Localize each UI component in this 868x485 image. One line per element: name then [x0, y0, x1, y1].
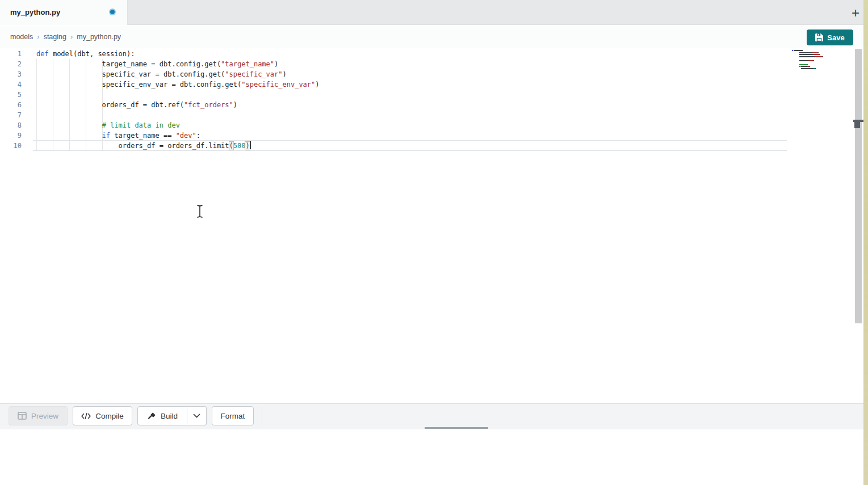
- active-tab-underline: [425, 427, 488, 429]
- breadcrumb: models›staging›my_python.py: [10, 26, 121, 48]
- code-token-keyword: if: [102, 132, 110, 140]
- code-token-string: "specific_var": [225, 70, 282, 78]
- minimap-line: [792, 66, 810, 67]
- line-number: 5: [0, 90, 22, 100]
- preview-button-label: Preview: [31, 412, 58, 420]
- minimap-line: [792, 68, 816, 69]
- table-icon: [18, 412, 27, 420]
- build-button-label: Build: [161, 412, 178, 420]
- code-text: def model(dbt, session):: [36, 49, 135, 59]
- code-token-string: "dev": [176, 132, 196, 140]
- minimap-line: [792, 54, 820, 55]
- code-token-plain: orders_df = dbt.ref(: [36, 101, 184, 109]
- vertical-scrollbar[interactable]: [855, 49, 862, 323]
- line-number: 3: [0, 69, 22, 79]
- code-text: if target_name == "dev":: [36, 130, 200, 141]
- results-panel: [0, 429, 863, 485]
- code-text: orders_df = dbt.ref("fct_orders"): [36, 100, 237, 110]
- code-token-keyword: def: [36, 50, 49, 58]
- scrollbar-cursor-marker: [854, 122, 860, 128]
- code-token-plain: specific_env_var = dbt.config.get(: [36, 81, 241, 88]
- code-line: 5: [0, 90, 863, 100]
- code-text: target_name = dbt.config.get("target_nam…: [36, 59, 278, 69]
- code-token-string: "target_name": [221, 60, 274, 68]
- compile-button-label: Compile: [95, 412, 124, 420]
- hammer-icon: [147, 412, 156, 420]
- line-number: 8: [0, 120, 22, 130]
- code-text: specific_var = dbt.config.get("specific_…: [36, 69, 287, 79]
- preview-button[interactable]: Preview: [9, 406, 68, 425]
- minimap-line: [792, 56, 823, 57]
- code-token-bracket: (: [229, 142, 233, 150]
- code-token-plain: specific_var = dbt.config.get(: [36, 70, 225, 78]
- line-number: 9: [0, 130, 22, 141]
- minimap-line: [792, 60, 814, 61]
- code-text: specific_env_var = dbt.config.get("speci…: [36, 79, 320, 90]
- code-token-plain: ): [315, 81, 319, 88]
- text-cursor-pointer-icon: [196, 204, 204, 218]
- bottom-toolbar: Preview Compile Build Format Results Com…: [0, 403, 863, 429]
- code-line: 6 orders_df = dbt.ref("fct_orders"): [0, 100, 863, 110]
- code-token-plain: orders_df = orders_df.limit: [36, 142, 229, 150]
- breadcrumb-file[interactable]: my_python.py: [77, 33, 121, 41]
- minimap[interactable]: [792, 50, 829, 73]
- minimap-line: [792, 64, 808, 65]
- line-number: 6: [0, 100, 22, 110]
- code-line: 2 target_name = dbt.config.get("target_n…: [0, 59, 863, 69]
- code-text: orders_df = orders_df.limit(500): [36, 141, 251, 151]
- editor-tab-my-python[interactable]: my_python.py: [0, 0, 128, 25]
- code-token-string: "specific_env_var": [241, 81, 315, 88]
- text-caret: [250, 141, 251, 149]
- format-button-label: Format: [221, 412, 245, 420]
- code-token-plain: [36, 132, 102, 140]
- code-token-plain: ): [274, 60, 278, 68]
- code-token-plain: ): [283, 70, 287, 78]
- save-button[interactable]: Save: [807, 29, 853, 45]
- code-line: 7: [0, 110, 863, 120]
- minimap-line: [792, 50, 803, 51]
- window-edge-strip: [863, 0, 868, 485]
- code-line: 9 if target_name == "dev":: [0, 130, 863, 141]
- line-number: 7: [0, 110, 22, 120]
- tab-bar: my_python.py +: [0, 0, 868, 25]
- breadcrumb-separator: ›: [70, 32, 73, 41]
- code-token-plain: model(dbt, session):: [49, 50, 135, 58]
- line-number: 10: [0, 141, 22, 151]
- breadcrumb-separator: ›: [37, 32, 39, 41]
- code-token-plain: target_name = dbt.config.get(: [36, 60, 221, 68]
- line-number: 2: [0, 59, 22, 69]
- code-token-string: "fct_orders": [184, 101, 233, 109]
- breadcrumb-bar: models›staging›my_python.py: [0, 26, 863, 48]
- save-button-label: Save: [827, 33, 844, 42]
- code-line: 8 # limit data in dev: [0, 120, 863, 130]
- code-token-bracket: ): [245, 142, 249, 150]
- new-tab-button[interactable]: +: [848, 5, 863, 20]
- build-button[interactable]: Build: [137, 406, 187, 425]
- line-number: 4: [0, 79, 22, 90]
- code-line: 3 specific_var = dbt.config.get("specifi…: [0, 69, 863, 79]
- chevron-down-icon: [193, 414, 200, 418]
- unsaved-changes-dot-icon: [110, 10, 115, 14]
- code-brackets-icon: [81, 413, 91, 419]
- code-line: 4 specific_env_var = dbt.config.get("spe…: [0, 79, 863, 90]
- code-text: # limit data in dev: [36, 120, 180, 130]
- toolbar-divider: [262, 407, 262, 425]
- code-token-plain: :: [196, 132, 200, 140]
- compile-button[interactable]: Compile: [73, 406, 132, 425]
- code-editor[interactable]: 1def model(dbt, session):2 target_name =…: [0, 48, 863, 403]
- code-line: 10 orders_df = orders_df.limit(500): [0, 141, 863, 151]
- breadcrumb-staging[interactable]: staging: [44, 33, 66, 41]
- tab-title: my_python.py: [10, 0, 60, 25]
- code-line: 1def model(dbt, session):: [0, 49, 863, 59]
- save-floppy-icon: [815, 33, 823, 41]
- format-button[interactable]: Format: [212, 406, 254, 425]
- build-options-dropdown-button[interactable]: [187, 406, 207, 425]
- minimap-line: [792, 52, 819, 53]
- code-token-plain: target_name ==: [110, 132, 176, 140]
- code-token-plain: ): [233, 101, 237, 109]
- line-number: 1: [0, 49, 22, 59]
- code-token-comment: # limit data in dev: [36, 121, 180, 129]
- breadcrumb-models[interactable]: models: [10, 33, 33, 41]
- code-token-number: 500: [233, 142, 246, 150]
